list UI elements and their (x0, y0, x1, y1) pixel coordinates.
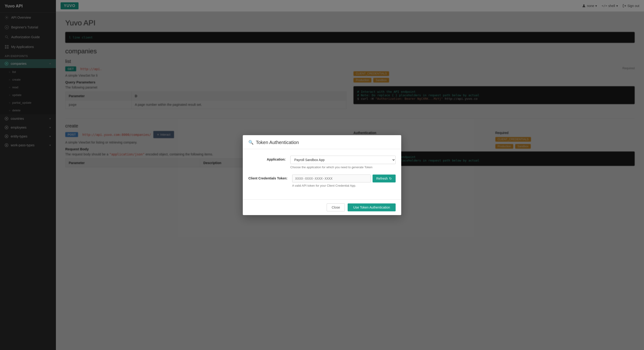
credentials-hint: A valid API token for your Client Creden… (292, 184, 396, 187)
modal-overlay: 🔍 Token Authentication Application: Payr… (56, 0, 644, 350)
modal-title: Token Authentication (256, 140, 299, 145)
application-hint: Choose the application for which you nee… (290, 166, 396, 169)
application-select[interactable]: Payroll Sandbox App (290, 156, 396, 164)
modal-search-icon: 🔍 (248, 140, 254, 145)
credentials-control-group: Refresh ↻ A valid API token for your Cli… (292, 174, 396, 187)
refresh-icon: ↻ (389, 177, 392, 180)
close-button[interactable]: Close (327, 204, 345, 211)
modal-footer: Close Use Token Authentication (243, 200, 401, 215)
main-content: YUVO none ▾ </> shell ▾ Sign out (56, 0, 644, 350)
application-control-group: Payroll Sandbox App Choose the applicati… (290, 156, 396, 169)
application-form-row: Application: Payroll Sandbox App Choose … (248, 156, 396, 169)
credentials-label: Client Credentials Token: (248, 174, 288, 180)
credentials-form-row: Client Credentials Token: Refresh ↻ A va… (248, 174, 396, 187)
modal-body: Application: Payroll Sandbox App Choose … (243, 149, 401, 200)
refresh-button[interactable]: Refresh ↻ (372, 174, 396, 182)
modal-header: 🔍 Token Authentication (243, 135, 401, 149)
application-label: Application: (248, 156, 286, 161)
token-input[interactable] (292, 174, 371, 182)
token-auth-modal: 🔍 Token Authentication Application: Payr… (243, 135, 401, 215)
token-input-row: Refresh ↻ (292, 174, 396, 182)
refresh-label: Refresh (376, 177, 388, 180)
use-token-button[interactable]: Use Token Authentication (348, 204, 396, 211)
